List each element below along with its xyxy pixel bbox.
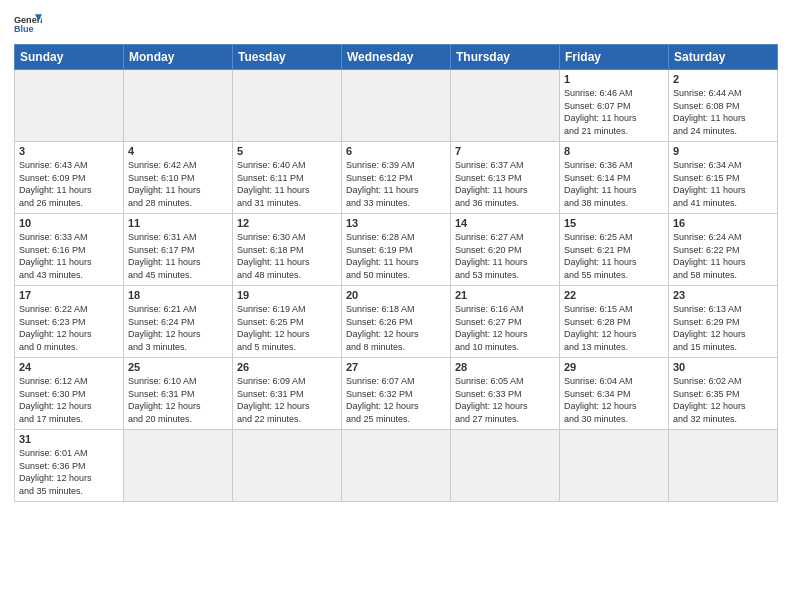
day-info: Sunrise: 6:43 AM Sunset: 6:09 PM Dayligh… <box>19 159 119 209</box>
calendar-cell: 2Sunrise: 6:44 AM Sunset: 6:08 PM Daylig… <box>669 70 778 142</box>
day-info: Sunrise: 6:33 AM Sunset: 6:16 PM Dayligh… <box>19 231 119 281</box>
day-info: Sunrise: 6:36 AM Sunset: 6:14 PM Dayligh… <box>564 159 664 209</box>
calendar-cell: 25Sunrise: 6:10 AM Sunset: 6:31 PM Dayli… <box>124 358 233 430</box>
calendar-cell: 19Sunrise: 6:19 AM Sunset: 6:25 PM Dayli… <box>233 286 342 358</box>
calendar-cell: 8Sunrise: 6:36 AM Sunset: 6:14 PM Daylig… <box>560 142 669 214</box>
day-number: 28 <box>455 361 555 373</box>
calendar-cell: 24Sunrise: 6:12 AM Sunset: 6:30 PM Dayli… <box>15 358 124 430</box>
day-info: Sunrise: 6:21 AM Sunset: 6:24 PM Dayligh… <box>128 303 228 353</box>
calendar-cell: 3Sunrise: 6:43 AM Sunset: 6:09 PM Daylig… <box>15 142 124 214</box>
weekday-tuesday: Tuesday <box>233 45 342 70</box>
calendar-cell: 17Sunrise: 6:22 AM Sunset: 6:23 PM Dayli… <box>15 286 124 358</box>
day-number: 4 <box>128 145 228 157</box>
day-info: Sunrise: 6:46 AM Sunset: 6:07 PM Dayligh… <box>564 87 664 137</box>
weekday-wednesday: Wednesday <box>342 45 451 70</box>
day-number: 1 <box>564 73 664 85</box>
calendar-cell <box>124 430 233 502</box>
day-number: 27 <box>346 361 446 373</box>
generalblue-logo-icon: General Blue <box>14 10 42 38</box>
calendar-cell: 1Sunrise: 6:46 AM Sunset: 6:07 PM Daylig… <box>560 70 669 142</box>
calendar-cell: 9Sunrise: 6:34 AM Sunset: 6:15 PM Daylig… <box>669 142 778 214</box>
day-info: Sunrise: 6:30 AM Sunset: 6:18 PM Dayligh… <box>237 231 337 281</box>
day-info: Sunrise: 6:16 AM Sunset: 6:27 PM Dayligh… <box>455 303 555 353</box>
calendar-cell <box>124 70 233 142</box>
day-info: Sunrise: 6:25 AM Sunset: 6:21 PM Dayligh… <box>564 231 664 281</box>
calendar-cell <box>342 430 451 502</box>
day-info: Sunrise: 6:31 AM Sunset: 6:17 PM Dayligh… <box>128 231 228 281</box>
logo: General Blue <box>14 10 42 38</box>
day-info: Sunrise: 6:15 AM Sunset: 6:28 PM Dayligh… <box>564 303 664 353</box>
day-number: 11 <box>128 217 228 229</box>
day-number: 19 <box>237 289 337 301</box>
day-info: Sunrise: 6:37 AM Sunset: 6:13 PM Dayligh… <box>455 159 555 209</box>
day-number: 8 <box>564 145 664 157</box>
day-info: Sunrise: 6:24 AM Sunset: 6:22 PM Dayligh… <box>673 231 773 281</box>
week-row-6: 31Sunrise: 6:01 AM Sunset: 6:36 PM Dayli… <box>15 430 778 502</box>
day-number: 12 <box>237 217 337 229</box>
day-number: 21 <box>455 289 555 301</box>
weekday-monday: Monday <box>124 45 233 70</box>
calendar-cell: 22Sunrise: 6:15 AM Sunset: 6:28 PM Dayli… <box>560 286 669 358</box>
weekday-saturday: Saturday <box>669 45 778 70</box>
day-number: 29 <box>564 361 664 373</box>
calendar-cell <box>669 430 778 502</box>
calendar-cell: 7Sunrise: 6:37 AM Sunset: 6:13 PM Daylig… <box>451 142 560 214</box>
day-info: Sunrise: 6:39 AM Sunset: 6:12 PM Dayligh… <box>346 159 446 209</box>
calendar-cell: 27Sunrise: 6:07 AM Sunset: 6:32 PM Dayli… <box>342 358 451 430</box>
week-row-5: 24Sunrise: 6:12 AM Sunset: 6:30 PM Dayli… <box>15 358 778 430</box>
day-info: Sunrise: 6:05 AM Sunset: 6:33 PM Dayligh… <box>455 375 555 425</box>
calendar-cell: 14Sunrise: 6:27 AM Sunset: 6:20 PM Dayli… <box>451 214 560 286</box>
calendar-cell <box>342 70 451 142</box>
header: General Blue <box>14 10 778 38</box>
calendar-table: SundayMondayTuesdayWednesdayThursdayFrid… <box>14 44 778 502</box>
calendar-cell: 12Sunrise: 6:30 AM Sunset: 6:18 PM Dayli… <box>233 214 342 286</box>
calendar-cell: 30Sunrise: 6:02 AM Sunset: 6:35 PM Dayli… <box>669 358 778 430</box>
day-number: 22 <box>564 289 664 301</box>
page: General Blue SundayMondayTuesdayWednesda… <box>0 0 792 612</box>
day-number: 15 <box>564 217 664 229</box>
day-info: Sunrise: 6:07 AM Sunset: 6:32 PM Dayligh… <box>346 375 446 425</box>
calendar-cell <box>15 70 124 142</box>
day-number: 5 <box>237 145 337 157</box>
day-number: 9 <box>673 145 773 157</box>
calendar-cell: 20Sunrise: 6:18 AM Sunset: 6:26 PM Dayli… <box>342 286 451 358</box>
calendar-cell: 18Sunrise: 6:21 AM Sunset: 6:24 PM Dayli… <box>124 286 233 358</box>
weekday-friday: Friday <box>560 45 669 70</box>
calendar-cell: 5Sunrise: 6:40 AM Sunset: 6:11 PM Daylig… <box>233 142 342 214</box>
day-info: Sunrise: 6:40 AM Sunset: 6:11 PM Dayligh… <box>237 159 337 209</box>
day-info: Sunrise: 6:34 AM Sunset: 6:15 PM Dayligh… <box>673 159 773 209</box>
calendar-cell <box>451 430 560 502</box>
week-row-3: 10Sunrise: 6:33 AM Sunset: 6:16 PM Dayli… <box>15 214 778 286</box>
weekday-header-row: SundayMondayTuesdayWednesdayThursdayFrid… <box>15 45 778 70</box>
day-info: Sunrise: 6:04 AM Sunset: 6:34 PM Dayligh… <box>564 375 664 425</box>
calendar-cell <box>560 430 669 502</box>
calendar-cell: 26Sunrise: 6:09 AM Sunset: 6:31 PM Dayli… <box>233 358 342 430</box>
day-info: Sunrise: 6:18 AM Sunset: 6:26 PM Dayligh… <box>346 303 446 353</box>
day-info: Sunrise: 6:42 AM Sunset: 6:10 PM Dayligh… <box>128 159 228 209</box>
day-number: 13 <box>346 217 446 229</box>
day-number: 30 <box>673 361 773 373</box>
day-number: 25 <box>128 361 228 373</box>
calendar-cell: 28Sunrise: 6:05 AM Sunset: 6:33 PM Dayli… <box>451 358 560 430</box>
day-number: 18 <box>128 289 228 301</box>
svg-text:Blue: Blue <box>14 24 34 34</box>
calendar-cell <box>451 70 560 142</box>
day-number: 17 <box>19 289 119 301</box>
day-info: Sunrise: 6:01 AM Sunset: 6:36 PM Dayligh… <box>19 447 119 497</box>
day-info: Sunrise: 6:13 AM Sunset: 6:29 PM Dayligh… <box>673 303 773 353</box>
calendar-cell: 16Sunrise: 6:24 AM Sunset: 6:22 PM Dayli… <box>669 214 778 286</box>
calendar-cell: 10Sunrise: 6:33 AM Sunset: 6:16 PM Dayli… <box>15 214 124 286</box>
day-info: Sunrise: 6:02 AM Sunset: 6:35 PM Dayligh… <box>673 375 773 425</box>
calendar-cell: 6Sunrise: 6:39 AM Sunset: 6:12 PM Daylig… <box>342 142 451 214</box>
day-info: Sunrise: 6:28 AM Sunset: 6:19 PM Dayligh… <box>346 231 446 281</box>
calendar-cell: 15Sunrise: 6:25 AM Sunset: 6:21 PM Dayli… <box>560 214 669 286</box>
calendar-cell: 31Sunrise: 6:01 AM Sunset: 6:36 PM Dayli… <box>15 430 124 502</box>
day-info: Sunrise: 6:44 AM Sunset: 6:08 PM Dayligh… <box>673 87 773 137</box>
day-info: Sunrise: 6:12 AM Sunset: 6:30 PM Dayligh… <box>19 375 119 425</box>
calendar-cell: 11Sunrise: 6:31 AM Sunset: 6:17 PM Dayli… <box>124 214 233 286</box>
week-row-4: 17Sunrise: 6:22 AM Sunset: 6:23 PM Dayli… <box>15 286 778 358</box>
day-number: 10 <box>19 217 119 229</box>
weekday-sunday: Sunday <box>15 45 124 70</box>
day-number: 14 <box>455 217 555 229</box>
day-number: 31 <box>19 433 119 445</box>
